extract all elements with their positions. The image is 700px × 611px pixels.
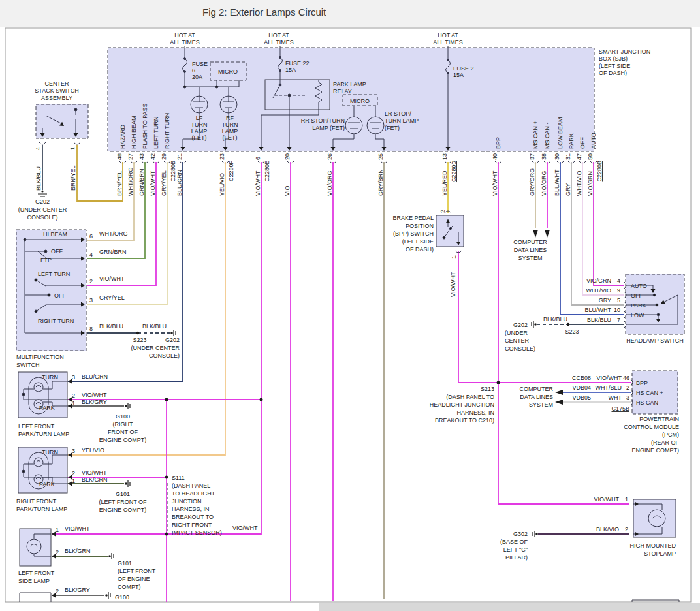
svg-text:27: 27	[127, 153, 134, 160]
svg-text:1: 1	[56, 527, 59, 533]
svg-text:RELAY: RELAY	[333, 88, 352, 95]
svg-text:DATA LINES: DATA LINES	[514, 247, 547, 253]
svg-text:HS CAN -: HS CAN -	[636, 400, 662, 406]
svg-text:23: 23	[219, 153, 225, 160]
svg-text:RIGHT TURN: RIGHT TURN	[38, 318, 74, 324]
svg-text:3: 3	[72, 448, 75, 454]
lf-lamp-label: LEFT FRONT	[18, 423, 55, 430]
svg-text:HEADLIGHT JUNCTION: HEADLIGHT JUNCTION	[430, 401, 494, 408]
rf-turn-label: TURN	[42, 449, 58, 456]
svg-text:40: 40	[492, 153, 498, 160]
svg-text:4: 4	[89, 251, 93, 258]
svg-text:CONSOLE): CONSOLE)	[149, 352, 180, 359]
svg-text:3: 3	[626, 394, 629, 401]
svg-text:1: 1	[72, 478, 75, 484]
svg-text:CCB08: CCB08	[572, 375, 591, 381]
svg-text:SIDE LAMP: SIDE LAMP	[18, 578, 50, 584]
svg-text:(DASH PANEL: (DASH PANEL	[172, 482, 210, 489]
partial-pin-num: 2	[56, 588, 59, 595]
svg-text:OF ENGINE: OF ENGINE	[118, 576, 150, 582]
svg-text:C2280B: C2280B	[170, 161, 176, 182]
svg-text:IMPACT SENSOR): IMPACT SENSOR)	[172, 529, 222, 536]
svg-text:SWITCH: SWITCH	[16, 362, 40, 368]
svg-text:HIGH MOUNTED: HIGH MOUNTED	[630, 542, 676, 549]
bpp-pin2: 2	[439, 210, 446, 213]
svg-text:WHT/VIO: WHT/VIO	[586, 287, 612, 294]
svg-text:37: 37	[529, 153, 535, 160]
svg-text:BPP: BPP	[495, 137, 501, 149]
svg-text:(UNDER CENTER: (UNDER CENTER	[18, 206, 67, 213]
svg-text:TURN LAMP: TURN LAMP	[385, 118, 419, 124]
svg-text:LOW BEAM: LOW BEAM	[557, 117, 564, 149]
svg-text:3: 3	[72, 374, 75, 381]
relay-label: PARK LAMP	[333, 81, 366, 87]
svg-text:BRAKE PEDAL: BRAKE PEDAL	[392, 215, 434, 221]
svg-text:GRN/BRN: GRN/BRN	[138, 168, 145, 196]
svg-text:7: 7	[617, 317, 620, 323]
svg-text:25: 25	[377, 153, 384, 160]
svg-text:BREAKOUT TO C210): BREAKOUT TO C210)	[435, 417, 494, 424]
svg-text:HOT AT: HOT AT	[438, 32, 458, 39]
svg-text:G101: G101	[116, 491, 130, 497]
svg-text:RF: RF	[226, 115, 234, 121]
svg-text:RIGHT TURN: RIGHT TURN	[164, 113, 170, 149]
svg-text:C2280E: C2280E	[264, 161, 270, 182]
svg-text:GRY/YEL: GRY/YEL	[99, 294, 125, 301]
svg-text:OFF: OFF	[54, 292, 66, 299]
svg-text:1: 1	[72, 400, 75, 407]
svg-text:VIO/WHT: VIO/WHT	[492, 170, 498, 196]
lr-fet-label: LR STOP/	[385, 110, 411, 117]
svg-text:STOPLAMP: STOPLAMP	[644, 550, 676, 557]
svg-text:BLK/VIO: BLK/VIO	[596, 526, 619, 533]
svg-text:COMPUTER: COMPUTER	[520, 386, 554, 392]
svg-text:WHT/VIO: WHT/VIO	[576, 171, 582, 196]
svg-text:(DASH PANEL TO: (DASH PANEL TO	[446, 394, 494, 400]
svg-text:48: 48	[116, 153, 123, 160]
svg-text:CENTER: CENTER	[44, 80, 69, 87]
svg-text:2: 2	[626, 384, 629, 391]
svg-text:STACK SWITCH: STACK SWITCH	[35, 87, 78, 94]
cs-pin1: 1	[69, 147, 76, 150]
svg-text:AUTO: AUTO	[590, 133, 597, 149]
svg-text:15A: 15A	[453, 72, 464, 78]
svg-text:POSITION: POSITION	[406, 223, 434, 229]
svg-text:(RIGHT: (RIGHT	[113, 421, 133, 428]
svg-text:YEL/VIO: YEL/VIO	[82, 447, 104, 454]
svg-text:(PCM): (PCM)	[662, 431, 679, 438]
svg-text:VIO/WHT: VIO/WHT	[150, 170, 156, 196]
svg-text:2: 2	[56, 549, 59, 556]
svg-text:COMPT): COMPT)	[118, 584, 141, 590]
fuse-2-label: FUSE 2	[453, 65, 474, 72]
svg-text:MICRO: MICRO	[218, 69, 238, 75]
svg-text:FLASH TO PASS: FLASH TO PASS	[142, 103, 148, 149]
svg-text:1: 1	[625, 496, 628, 503]
svg-text:FTP: FTP	[40, 257, 52, 263]
svg-text:HAZARD: HAZARD	[119, 124, 126, 149]
svg-text:BLU/GRN: BLU/GRN	[82, 373, 108, 380]
lf-park-label: PARK	[39, 405, 55, 411]
svg-text:BLU/WHT: BLU/WHT	[554, 169, 560, 196]
svg-text:C2280D: C2280D	[451, 161, 457, 183]
svg-text:G202: G202	[165, 337, 180, 343]
svg-text:LEFT TURN: LEFT TURN	[38, 271, 70, 277]
svg-text:PARK: PARK	[631, 302, 646, 309]
svg-text:2: 2	[89, 278, 93, 285]
svg-text:BLK/GRY: BLK/GRY	[82, 399, 107, 405]
s223-label-mf: S223	[133, 337, 146, 343]
svg-text:2: 2	[625, 526, 628, 533]
svg-text:VDB05: VDB05	[572, 394, 591, 401]
svg-text:VIO/ORG: VIO/ORG	[541, 170, 547, 196]
svg-text:TURN: TURN	[191, 121, 208, 128]
svg-text:5: 5	[617, 297, 620, 304]
svg-text:G202: G202	[513, 322, 528, 328]
svg-text:GRY/BRN: GRY/BRN	[377, 169, 384, 196]
svg-text:G100: G100	[116, 413, 130, 420]
svg-text:HARNESS, IN: HARNESS, IN	[172, 506, 210, 512]
svg-text:MS CAN -: MS CAN -	[544, 122, 550, 149]
svg-text:LOW: LOW	[631, 312, 644, 319]
svg-text:WHT/ORG: WHT/ORG	[127, 168, 134, 196]
svg-text:LF: LF	[196, 115, 203, 121]
svg-text:RIGHT FRONT: RIGHT FRONT	[172, 522, 212, 528]
svg-text:29: 29	[161, 153, 167, 160]
mf-gnd-wire-label: BLK/BLU	[142, 323, 167, 330]
